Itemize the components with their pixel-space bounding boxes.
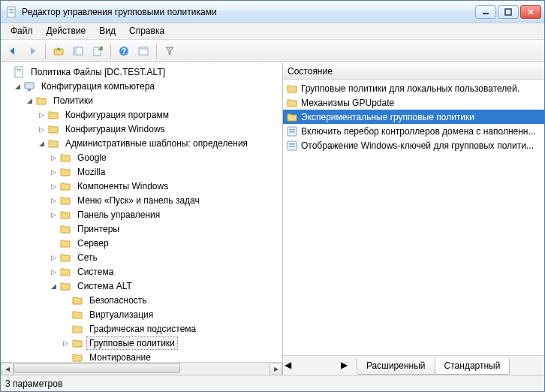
tree-item[interactable]: Монтирование bbox=[1, 350, 282, 362]
tree-item-selected[interactable]: ▷Групповые политики bbox=[1, 336, 282, 350]
back-button[interactable] bbox=[4, 42, 22, 60]
list-column-header[interactable]: Состояние bbox=[283, 63, 544, 80]
filter-button[interactable] bbox=[161, 42, 179, 60]
close-button[interactable] bbox=[520, 5, 541, 19]
scroll-right-button[interactable]: ▶ bbox=[341, 360, 352, 371]
list-item[interactable]: Групповые политики для локальных пользов… bbox=[283, 81, 544, 95]
properties-button[interactable] bbox=[134, 42, 152, 60]
export-icon bbox=[92, 45, 104, 57]
expander-closed-icon[interactable]: ▷ bbox=[49, 267, 58, 276]
menu-help[interactable]: Справка bbox=[122, 23, 171, 39]
tree-hscrollbar[interactable]: ◀ ▶ bbox=[1, 362, 282, 375]
tree-root[interactable]: Политика Файлы [DC.TEST.ALT] bbox=[1, 65, 282, 79]
titlebar[interactable]: Редактор управления групповыми политикам… bbox=[1, 1, 544, 23]
folder-icon bbox=[59, 280, 71, 292]
help-icon: ? bbox=[118, 45, 130, 57]
svg-rect-18 bbox=[28, 89, 31, 91]
tree-item[interactable]: Графическая подсистема bbox=[1, 321, 282, 336]
tab-label: Расширенный bbox=[366, 360, 426, 371]
expander-closed-icon[interactable]: ▷ bbox=[49, 253, 58, 262]
svg-rect-16 bbox=[17, 71, 21, 71]
tree-item[interactable]: ▷Панель управления bbox=[1, 207, 282, 222]
expander-closed-icon[interactable]: ▷ bbox=[49, 196, 58, 205]
tree-item[interactable]: ▷Конфигурация Windows bbox=[1, 122, 282, 136]
expander-closed-icon[interactable]: ▷ bbox=[37, 110, 46, 119]
chevron-right-icon[interactable] bbox=[2, 68, 11, 77]
tree-view[interactable]: Политика Файлы [DC.TEST.ALT] ◢Конфигурац… bbox=[1, 63, 282, 362]
document-icon bbox=[13, 66, 25, 78]
expander-closed-icon[interactable]: ▷ bbox=[37, 125, 46, 134]
expander-closed-icon[interactable]: ▷ bbox=[49, 182, 58, 191]
scroll-track[interactable] bbox=[14, 363, 269, 375]
svg-text:?: ? bbox=[122, 47, 126, 56]
folder-icon bbox=[286, 111, 298, 123]
forward-button[interactable] bbox=[23, 42, 41, 60]
content-area: Политика Файлы [DC.TEST.ALT] ◢Конфигурац… bbox=[1, 62, 544, 375]
folder-icon bbox=[286, 97, 298, 109]
menu-view[interactable]: Вид bbox=[92, 23, 122, 39]
column-label: Состояние bbox=[288, 66, 333, 77]
tree-item[interactable]: ◢Конфигурация компьютера bbox=[1, 79, 282, 93]
folder-icon bbox=[47, 137, 59, 149]
tree-label: Сервер bbox=[74, 237, 112, 250]
tree-item[interactable]: Принтеры bbox=[1, 222, 282, 236]
tree-item[interactable]: Безопасность bbox=[1, 293, 282, 307]
scroll-thumb[interactable] bbox=[296, 360, 326, 368]
svg-rect-20 bbox=[289, 129, 295, 131]
tree-label: Панель управления bbox=[74, 208, 163, 222]
menu-file[interactable]: Файл bbox=[4, 23, 40, 39]
help-button[interactable]: ? bbox=[115, 42, 133, 60]
export-button[interactable] bbox=[89, 42, 107, 60]
list-label: Включить перебор контроллеров домена с н… bbox=[301, 126, 535, 137]
list-label: Групповые политики для локальных пользов… bbox=[301, 83, 519, 94]
list-item[interactable]: Механизмы GPUpdate bbox=[283, 95, 544, 110]
scroll-track[interactable] bbox=[296, 360, 341, 371]
tree-item[interactable]: ▷Система bbox=[1, 264, 282, 279]
blank-expander bbox=[61, 324, 70, 333]
expander-closed-icon[interactable]: ▷ bbox=[49, 153, 58, 162]
tree-item[interactable]: ◢Система ALT bbox=[1, 279, 282, 293]
list-item[interactable]: Отображение Windows-ключей для групповых… bbox=[283, 138, 544, 152]
tree-item[interactable]: ◢Политики bbox=[1, 93, 282, 107]
list-hscrollbar[interactable]: ◀ ▶ bbox=[285, 359, 352, 372]
list-view[interactable]: Групповые политики для локальных пользов… bbox=[283, 80, 544, 355]
tree-item[interactable]: ▷Mozilla bbox=[1, 164, 282, 179]
list-item-selected[interactable]: Экспериментальные групповые политики bbox=[283, 110, 544, 124]
up-button[interactable] bbox=[50, 42, 68, 60]
expander-open-icon[interactable]: ◢ bbox=[37, 139, 46, 148]
list-item[interactable]: Включить перебор контроллеров домена с н… bbox=[283, 124, 544, 138]
tab-extended[interactable]: Расширенный bbox=[357, 358, 435, 375]
tree-item[interactable]: ▷Google bbox=[1, 150, 282, 164]
tree-item[interactable]: Виртуализация bbox=[1, 307, 282, 321]
scroll-right-button[interactable]: ▶ bbox=[269, 363, 282, 375]
show-hide-tree-button[interactable] bbox=[69, 42, 87, 60]
tree-item[interactable]: ▷Сеть bbox=[1, 250, 282, 264]
scroll-left-button[interactable]: ◀ bbox=[285, 360, 296, 371]
list-label: Отображение Windows-ключей для групповых… bbox=[301, 140, 534, 151]
expander-closed-icon[interactable]: ▷ bbox=[49, 167, 58, 176]
tree-item[interactable]: ▷Конфигурация программ bbox=[1, 107, 282, 122]
tree-label: Конфигурация компьютера bbox=[38, 80, 158, 93]
svg-rect-15 bbox=[17, 69, 21, 70]
menu-action[interactable]: Действие bbox=[40, 23, 93, 39]
tab-label: Стандартный bbox=[444, 360, 501, 371]
tab-standard[interactable]: Стандартный bbox=[435, 358, 510, 375]
list-pane: Состояние Групповые политики для локальн… bbox=[283, 63, 544, 375]
tabs-row: ◀ ▶ Расширенный Стандартный bbox=[283, 355, 544, 375]
expander-open-icon[interactable]: ◢ bbox=[49, 282, 58, 291]
tree-item[interactable]: Сервер bbox=[1, 236, 282, 250]
expander-closed-icon[interactable]: ▷ bbox=[61, 339, 70, 348]
expander-closed-icon[interactable]: ▷ bbox=[49, 210, 58, 219]
scroll-left-button[interactable]: ◀ bbox=[1, 363, 14, 375]
expander-open-icon[interactable]: ◢ bbox=[25, 96, 34, 105]
tree-item[interactable]: ▷Компоненты Windows bbox=[1, 179, 282, 193]
svg-rect-2 bbox=[9, 11, 14, 11]
tree-item[interactable]: ◢Административные шаблоны: определения bbox=[1, 136, 282, 150]
tree-label: Google bbox=[74, 151, 110, 164]
minimize-button[interactable] bbox=[475, 5, 496, 19]
tree-item[interactable]: ▷Меню «Пуск» и панель задач bbox=[1, 193, 282, 207]
expander-open-icon[interactable]: ◢ bbox=[13, 82, 22, 91]
maximize-button[interactable] bbox=[498, 5, 519, 19]
tree-pane: Политика Файлы [DC.TEST.ALT] ◢Конфигурац… bbox=[1, 63, 283, 375]
scroll-thumb[interactable] bbox=[14, 363, 180, 373]
